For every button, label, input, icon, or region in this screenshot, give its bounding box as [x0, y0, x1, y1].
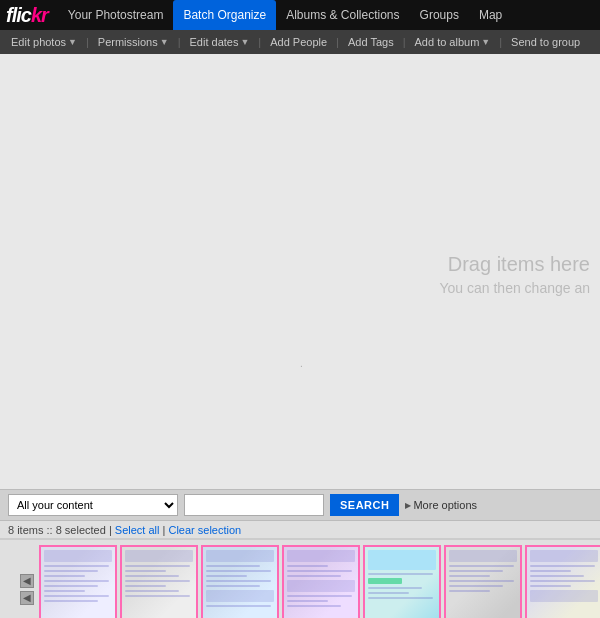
sep-2: |: [178, 36, 181, 48]
permissions-arrow: ▼: [160, 37, 169, 47]
search-bar: All your content Photos Videos Sets Coll…: [0, 489, 600, 521]
sep-5: |: [403, 36, 406, 48]
thumbnail-7[interactable]: [525, 545, 600, 618]
more-options-toggle[interactable]: ▶ More options: [405, 499, 477, 511]
thumbnail-5[interactable]: [363, 545, 441, 618]
dot-marker: .: [300, 358, 303, 369]
top-navigation: flickr Your Photostream Batch Organize A…: [0, 0, 600, 30]
edit-photos-menu[interactable]: Edit photos ▼: [6, 34, 82, 50]
add-to-album-menu[interactable]: Add to album ▼: [410, 34, 496, 50]
edit-photos-arrow: ▼: [68, 37, 77, 47]
more-options-triangle: ▶: [405, 501, 411, 510]
nav-item-groups[interactable]: Groups: [410, 0, 469, 30]
permissions-menu[interactable]: Permissions ▼: [93, 34, 174, 50]
flickr-logo: flickr: [6, 4, 48, 27]
thumbnail-strip: ◀ ◀: [0, 539, 600, 618]
add-to-album-arrow: ▼: [481, 37, 490, 47]
nav-item-albums-collections[interactable]: Albums & Collections: [276, 0, 409, 30]
content-filter-select[interactable]: All your content Photos Videos Sets Coll…: [8, 494, 178, 516]
drag-hint-text: Drag items here: [448, 248, 590, 280]
thumbnail-4[interactable]: [282, 545, 360, 618]
strip-up-button[interactable]: ◀: [20, 574, 34, 588]
sep-4: |: [336, 36, 339, 48]
search-input[interactable]: [184, 494, 324, 516]
thumbnail-3[interactable]: [201, 545, 279, 618]
thumbnail-6[interactable]: [444, 545, 522, 618]
sep-6: |: [499, 36, 502, 48]
nav-items-list: Your Photostream Batch Organize Albums &…: [58, 0, 512, 30]
strip-down-button[interactable]: ◀: [20, 591, 34, 605]
items-sep-1: |: [106, 524, 115, 536]
sub-toolbar: Edit photos ▼ | Permissions ▼ | Edit dat…: [0, 30, 600, 54]
thumbnail-2[interactable]: [120, 545, 198, 618]
add-tags-button[interactable]: Add Tags: [343, 34, 399, 50]
drag-drop-area: Drag items here You can then change an .: [0, 54, 600, 489]
items-sep-2: |: [159, 524, 168, 536]
logo-pink: kr: [31, 4, 48, 26]
select-all-link[interactable]: Select all: [115, 524, 160, 536]
clear-selection-link[interactable]: Clear selection: [168, 524, 241, 536]
items-count: 8 items :: 8 selected: [8, 524, 106, 536]
strip-navigation: ◀ ◀: [20, 574, 34, 605]
sep-3: |: [258, 36, 261, 48]
nav-item-your-photostream[interactable]: Your Photostream: [58, 0, 174, 30]
edit-dates-menu[interactable]: Edit dates ▼: [185, 34, 255, 50]
drag-sub-text: You can then change an: [439, 280, 590, 296]
sep-1: |: [86, 36, 89, 48]
send-to-group-button[interactable]: Send to group: [506, 34, 585, 50]
items-info-bar: 8 items :: 8 selected | Select all | Cle…: [0, 521, 600, 539]
nav-item-map[interactable]: Map: [469, 0, 512, 30]
thumbnail-1[interactable]: [39, 545, 117, 618]
nav-item-batch-organize[interactable]: Batch Organize: [173, 0, 276, 30]
add-people-button[interactable]: Add People: [265, 34, 332, 50]
search-button[interactable]: SEARCH: [330, 494, 399, 516]
edit-dates-arrow: ▼: [240, 37, 249, 47]
